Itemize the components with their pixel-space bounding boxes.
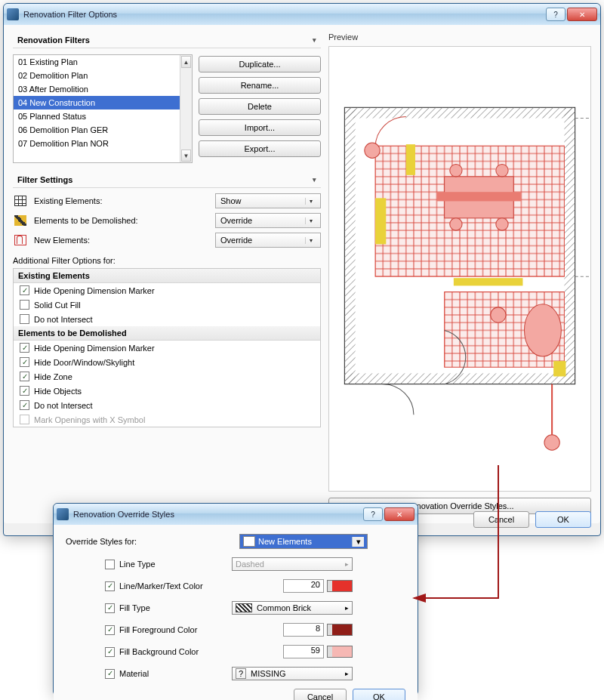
color-index-input[interactable]: 59 (283, 645, 324, 658)
renovation-filters-header[interactable]: Renovation Filters ▾ (13, 32, 321, 48)
filter-list-item[interactable]: 04 New Construction (14, 96, 180, 109)
setting-dropdown[interactable]: Show▾ (215, 193, 321, 208)
option-row[interactable]: Solid Cut Fill (14, 298, 320, 312)
picker-value: Common Brick (257, 603, 311, 612)
checkbox[interactable] (20, 300, 29, 310)
svg-point-16 (496, 165, 508, 177)
option-row[interactable]: ✓Hide Door/Window/Skylight (14, 355, 320, 369)
ok-button[interactable]: OK (353, 689, 405, 700)
override-label: Fill Background Color (119, 647, 199, 656)
picker[interactable]: Common Brick▸ (232, 601, 353, 615)
checkbox[interactable]: ✓ (20, 386, 29, 396)
chevron-down-icon: ▾ (352, 537, 364, 547)
svg-point-18 (496, 218, 508, 230)
scrollbar[interactable]: ▲ ▼ (180, 55, 192, 162)
option-label: Hide Objects (34, 387, 82, 396)
picker-value: Dashed (236, 560, 264, 569)
picker[interactable]: Dashed▸ (232, 557, 353, 571)
preview-label: Preview (328, 32, 591, 42)
filter-list-item[interactable]: 02 Demolition Plan (14, 69, 180, 82)
window-title: Renovation Filter Options (23, 10, 546, 19)
svg-rect-11 (454, 278, 523, 285)
checkbox[interactable]: ✓ (20, 343, 29, 353)
option-row[interactable]: ✓Hide Opening Dimension Marker (14, 341, 320, 355)
option-row[interactable]: ✓Hide Opening Dimension Marker (14, 283, 320, 298)
scroll-up-icon[interactable]: ▲ (181, 56, 191, 68)
additional-options-box: Existing Elements✓Hide Opening Dimension… (13, 268, 321, 427)
chevron-right-icon: ▸ (345, 670, 349, 677)
new-elements-icon (243, 536, 255, 547)
checkbox[interactable] (20, 314, 29, 324)
svg-point-23 (544, 435, 559, 450)
checkbox[interactable]: ✓ (20, 400, 29, 410)
color-swatch[interactable] (327, 646, 353, 658)
checkbox[interactable]: ✓ (20, 372, 29, 381)
option-row[interactable]: ✓Hide Zone (14, 369, 320, 384)
import-button[interactable]: Import... (199, 119, 321, 136)
rename-button[interactable]: Rename... (199, 77, 321, 94)
color-index-input[interactable]: 8 (283, 623, 324, 637)
filter-list-item[interactable]: 05 Planned Status (14, 109, 180, 123)
duplicate-button[interactable]: Duplicate... (199, 56, 321, 72)
chevron-down-icon: ▾ (305, 198, 316, 205)
renovation-override-styles-dialog: Renovation Override Styles ? ✕ Override … (53, 503, 418, 695)
close-button[interactable]: ✕ (384, 507, 414, 521)
chevron-down-icon: ▾ (305, 217, 316, 224)
color-swatch[interactable] (327, 580, 353, 592)
brick-icon (14, 196, 26, 206)
cancel-button[interactable]: Cancel (473, 511, 529, 528)
app-icon (57, 508, 69, 520)
scroll-down-icon[interactable]: ▼ (181, 150, 191, 162)
checkbox[interactable]: ✓ (20, 357, 29, 367)
chevron-down-icon: ▾ (305, 237, 316, 244)
filter-listbox[interactable]: 01 Existing Plan02 Demolition Plan03 Aft… (13, 54, 193, 163)
svg-rect-10 (406, 144, 415, 175)
option-row: Mark Openings with X Symbol (14, 412, 320, 427)
setting-dropdown[interactable]: Override▾ (215, 213, 321, 228)
option-group-header: Existing Elements (14, 269, 320, 283)
checkbox[interactable]: ✓ (20, 285, 29, 295)
titlebar[interactable]: Renovation Override Styles ? ✕ (54, 504, 418, 525)
help-button[interactable]: ? (363, 507, 383, 521)
help-button[interactable]: ? (546, 8, 565, 21)
svg-rect-3 (344, 107, 575, 118)
delete-button[interactable]: Delete (199, 98, 321, 115)
checkbox[interactable] (105, 560, 115, 569)
color-index-input[interactable]: 20 (283, 579, 324, 593)
filter-list-item[interactable]: 07 Demolition Plan NOR (14, 137, 180, 150)
color-swatch[interactable] (327, 624, 353, 636)
checkbox[interactable]: ✓ (105, 581, 115, 591)
checkbox[interactable]: ✓ (105, 647, 115, 657)
option-label: Solid Cut Fill (34, 301, 81, 310)
filter-setting-row: Elements to be Demolished:Override▾ (13, 211, 321, 230)
checkbox[interactable]: ✓ (105, 625, 115, 635)
filter-settings-header[interactable]: Filter Settings ▾ (13, 172, 321, 188)
override-row: ✓Material?MISSING▸ (105, 666, 405, 681)
chevron-down-icon: ▾ (313, 176, 316, 183)
option-row[interactable]: ✓Do not Intersect (14, 398, 320, 412)
svg-rect-5 (564, 107, 575, 384)
svg-point-19 (524, 304, 561, 356)
override-row: ✓Fill Background Color59 (105, 644, 405, 659)
chevron-right-icon: ▸ (345, 560, 349, 568)
picker[interactable]: ?MISSING▸ (232, 667, 353, 680)
titlebar[interactable]: Renovation Filter Options ? ✕ (4, 4, 600, 25)
option-row[interactable]: ✓Hide Objects (14, 384, 320, 398)
filter-list-item[interactable]: 06 Demolition Plan GER (14, 123, 180, 137)
option-label: Do not Intersect (34, 401, 93, 410)
override-row: ✓Line/Marker/Text Color20 (105, 578, 405, 594)
checkbox[interactable]: ✓ (105, 603, 115, 613)
setting-dropdown[interactable]: Override▾ (215, 233, 321, 248)
checkbox[interactable]: ✓ (105, 669, 115, 679)
filter-list-item[interactable]: 01 Existing Plan (14, 55, 180, 69)
override-for-label: Override Styles for: (66, 537, 232, 546)
ok-button[interactable]: OK (535, 511, 591, 528)
cancel-button[interactable]: Cancel (294, 689, 347, 700)
svg-rect-12 (553, 361, 565, 376)
export-button[interactable]: Export... (199, 140, 321, 157)
preview-pane (328, 46, 591, 492)
option-row[interactable]: Do not Intersect (14, 312, 320, 326)
override-for-dropdown[interactable]: New Elements ▾ (239, 534, 368, 549)
filter-list-item[interactable]: 03 After Demolition (14, 82, 180, 96)
close-button[interactable]: ✕ (567, 8, 597, 21)
